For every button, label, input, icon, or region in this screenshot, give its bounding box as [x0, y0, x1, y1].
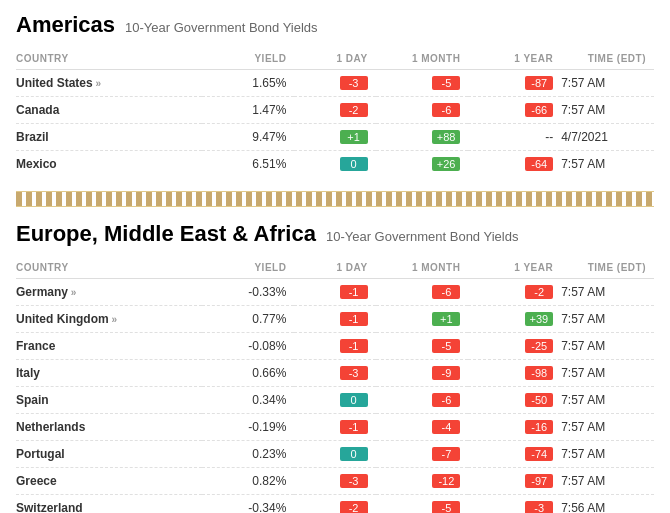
country-cell: Greece [16, 468, 202, 495]
1year-badge: +39 [525, 312, 554, 326]
1year-badge: -50 [525, 393, 553, 407]
country-cell[interactable]: United States [16, 70, 202, 97]
emea-header: Europe, Middle East & Africa 10-Year Gov… [16, 221, 654, 247]
table-row: Switzerland-0.34%-2-5-37:56 AM [16, 495, 654, 514]
table-row: United Kingdom0.77%-1+1+397:57 AM [16, 306, 654, 333]
1day-badge: 0 [340, 447, 368, 461]
americas-header: Americas 10-Year Government Bond Yields [16, 12, 654, 38]
table-row: Germany-0.33%-1-6-27:57 AM [16, 279, 654, 306]
table-row: Canada1.47%-2-6-667:57 AM [16, 97, 654, 124]
country-cell[interactable]: United Kingdom [16, 306, 202, 333]
1month-cell: -6 [376, 97, 469, 124]
1month-badge: +26 [432, 157, 461, 171]
table-row: Italy0.66%-3-9-987:57 AM [16, 360, 654, 387]
emea-thead: COUNTRY YIELD 1 DAY 1 MONTH 1 YEAR TIME … [16, 257, 654, 279]
col-header-yield-a: YIELD [202, 48, 295, 70]
table-row: United States1.65%-3-5-877:57 AM [16, 70, 654, 97]
1year-badge: -2 [525, 285, 553, 299]
country-cell: Canada [16, 97, 202, 124]
yield-cell: 6.51% [202, 151, 295, 178]
country-cell: Switzerland [16, 495, 202, 514]
yield-cell: -0.34% [202, 495, 295, 514]
1day-cell: -3 [294, 70, 375, 97]
1month-cell: -5 [376, 333, 469, 360]
1year-cell: -25 [468, 333, 561, 360]
1month-badge: -9 [432, 366, 460, 380]
col-header-1year-a: 1 YEAR [468, 48, 561, 70]
country-cell: Italy [16, 360, 202, 387]
1month-badge: -6 [432, 103, 460, 117]
1year-cell: -3 [468, 495, 561, 514]
yield-cell: 0.82% [202, 468, 295, 495]
1month-cell: -4 [376, 414, 469, 441]
1month-badge: -4 [432, 420, 460, 434]
1day-badge: 0 [340, 157, 368, 171]
country-link[interactable]: United States [16, 76, 101, 90]
country-link[interactable]: United Kingdom [16, 312, 117, 326]
1year-cell: -87 [468, 70, 561, 97]
1month-badge: -5 [432, 76, 460, 90]
1year-badge: -64 [525, 157, 553, 171]
1year-cell: -2 [468, 279, 561, 306]
table-row: Netherlands-0.19%-1-4-167:57 AM [16, 414, 654, 441]
1year-cell: -50 [468, 387, 561, 414]
country-cell: Mexico [16, 151, 202, 178]
country-cell: Netherlands [16, 414, 202, 441]
col-header-1year-e: 1 YEAR [468, 257, 561, 279]
1day-badge: +1 [340, 130, 368, 144]
1day-cell: -3 [294, 360, 375, 387]
1month-badge: +88 [432, 130, 461, 144]
col-header-country-a: COUNTRY [16, 48, 202, 70]
1day-cell: -1 [294, 279, 375, 306]
table-row: Spain0.34%0-6-507:57 AM [16, 387, 654, 414]
1day-badge: -2 [340, 501, 368, 513]
country-link[interactable]: Germany [16, 285, 76, 299]
1year-cell: -97 [468, 468, 561, 495]
1year-cell: +39 [468, 306, 561, 333]
1year-badge: -66 [525, 103, 553, 117]
1month-badge: -12 [432, 474, 460, 488]
emea-title: Europe, Middle East & Africa [16, 221, 316, 247]
time-cell: 7:57 AM [561, 70, 654, 97]
1day-cell: -1 [294, 414, 375, 441]
1year-badge: -74 [525, 447, 553, 461]
1month-badge: +1 [432, 312, 460, 326]
1day-badge: -1 [340, 420, 368, 434]
time-cell: 7:57 AM [561, 360, 654, 387]
time-cell: 7:56 AM [561, 495, 654, 514]
time-cell: 7:57 AM [561, 414, 654, 441]
1day-badge: -3 [340, 474, 368, 488]
table-row: Brazil9.47%+1+88--4/7/2021 [16, 124, 654, 151]
yield-cell: 0.34% [202, 387, 295, 414]
col-header-country-e: COUNTRY [16, 257, 202, 279]
1month-badge: -5 [432, 339, 460, 353]
1day-cell: -2 [294, 97, 375, 124]
1month-cell: -7 [376, 441, 469, 468]
table-row: Mexico6.51%0+26-647:57 AM [16, 151, 654, 178]
emea-subtitle: 10-Year Government Bond Yields [326, 229, 518, 244]
1day-badge: -2 [340, 103, 368, 117]
time-cell: 7:57 AM [561, 151, 654, 178]
emea-header-row: COUNTRY YIELD 1 DAY 1 MONTH 1 YEAR TIME … [16, 257, 654, 279]
americas-title: Americas [16, 12, 115, 38]
time-cell: 7:57 AM [561, 306, 654, 333]
yield-cell: 1.65% [202, 70, 295, 97]
1day-badge: -3 [340, 366, 368, 380]
time-cell: 7:57 AM [561, 441, 654, 468]
1year-badge: -87 [525, 76, 553, 90]
americas-subtitle: 10-Year Government Bond Yields [125, 20, 317, 35]
1month-cell: -5 [376, 70, 469, 97]
1day-cell: -2 [294, 495, 375, 514]
country-cell[interactable]: Germany [16, 279, 202, 306]
1month-badge: -6 [432, 393, 460, 407]
country-cell: Brazil [16, 124, 202, 151]
1day-cell: -1 [294, 306, 375, 333]
col-header-yield-e: YIELD [202, 257, 295, 279]
1year-cell: -98 [468, 360, 561, 387]
1day-cell: 0 [294, 387, 375, 414]
time-cell: 7:57 AM [561, 468, 654, 495]
time-cell: 4/7/2021 [561, 124, 654, 151]
1day-badge: 0 [340, 393, 368, 407]
col-header-1month-e: 1 MONTH [376, 257, 469, 279]
1year-badge: -98 [525, 366, 553, 380]
